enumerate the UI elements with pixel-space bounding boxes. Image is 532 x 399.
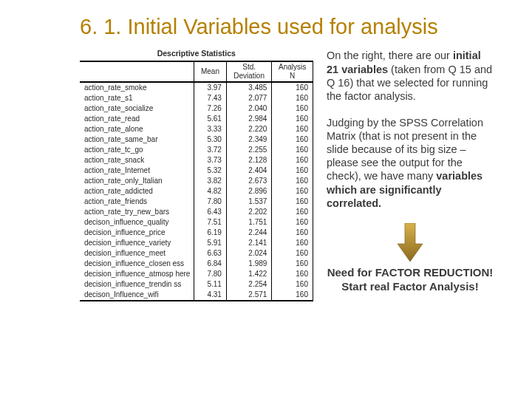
table-row: action_rate_only_Italian3.822.673160 xyxy=(80,176,313,186)
cell-mean: 5.61 xyxy=(194,114,227,124)
cell-n: 160 xyxy=(272,228,313,238)
cell-sd: 2.077 xyxy=(226,93,271,103)
cell-mean: 7.26 xyxy=(194,103,227,114)
cell-name: decison_Influence_wifi xyxy=(80,290,194,301)
cell-sd: 2.896 xyxy=(226,186,271,197)
table-row: decison_Influence_wifi4.312.571160 xyxy=(80,290,313,301)
cell-sd: 2.673 xyxy=(226,176,271,186)
cell-name: action_rate_friends xyxy=(80,197,194,207)
cell-name: action_rate_snack xyxy=(80,155,194,166)
cell-sd: 2.202 xyxy=(226,207,271,217)
cell-n: 160 xyxy=(272,290,313,301)
col-n: Analysis N xyxy=(272,61,313,82)
cell-name: action_rate_same_bar xyxy=(80,134,194,145)
cell-n: 160 xyxy=(272,279,313,290)
cell-sd: 2.349 xyxy=(226,134,271,145)
cell-name: action_rate_read xyxy=(80,114,194,124)
table-row: action_rate_snack3.732.128160 xyxy=(80,155,313,166)
cell-n: 160 xyxy=(272,238,313,248)
cell-n: 160 xyxy=(272,114,313,124)
cell-name: decision_influence_atmosp here xyxy=(80,269,194,279)
table-row: decision_influence_variety5.912.141160 xyxy=(80,238,313,248)
cell-sd: 2.128 xyxy=(226,155,271,166)
cell-n: 160 xyxy=(272,124,313,134)
content-row: Descriptive Statistics Mean Std. Deviati… xyxy=(80,49,494,307)
cell-n: 160 xyxy=(272,134,313,145)
table-row: decision_influence_atmosp here7.801.4221… xyxy=(80,269,313,279)
table-row: decision_influence_price6.192.244160 xyxy=(80,228,313,238)
cell-name: action_rate_tc_go xyxy=(80,145,194,155)
down-arrow-icon xyxy=(398,223,423,262)
table-row: action_rate_addicted4.822.896160 xyxy=(80,186,313,197)
cell-sd: 1.751 xyxy=(226,217,271,228)
stats-table-container: Descriptive Statistics Mean Std. Deviati… xyxy=(80,49,313,307)
cell-mean: 5.91 xyxy=(194,238,227,248)
p1-text-a: On the right, there are our xyxy=(327,50,453,61)
table-row: decision_influence_closen ess6.841.98916… xyxy=(80,259,313,269)
table-row: action_rate_try_new_bars6.432.202160 xyxy=(80,207,313,217)
table-row: decison_influence_quality7.511.751160 xyxy=(80,217,313,228)
cell-mean: 6.84 xyxy=(194,259,227,269)
cell-n: 160 xyxy=(272,186,313,197)
table-row: action_rate_same_bar5.302.349160 xyxy=(80,134,313,145)
page-title: 6. 1. Initial Variables used for analysi… xyxy=(80,15,494,38)
table-row: action_rate_socialize7.262.040160 xyxy=(80,103,313,114)
table-header-row: Mean Std. Deviation Analysis N xyxy=(80,61,313,82)
table-row: action_rate_smoke3.973.485160 xyxy=(80,82,313,93)
cell-mean: 3.97 xyxy=(194,82,227,93)
cell-mean: 6.43 xyxy=(194,207,227,217)
cell-n: 160 xyxy=(272,207,313,217)
cell-n: 160 xyxy=(272,176,313,186)
table-row: action_rate_tc_go3.722.255160 xyxy=(80,145,313,155)
cell-name: decision_influence_trendin ss xyxy=(80,279,194,290)
cell-n: 160 xyxy=(272,155,313,166)
col-sd: Std. Deviation xyxy=(226,61,271,82)
cell-sd: 2.984 xyxy=(226,114,271,124)
col-mean: Mean xyxy=(194,61,227,82)
cell-mean: 5.30 xyxy=(194,134,227,145)
cell-n: 160 xyxy=(272,248,313,259)
cell-sd: 2.404 xyxy=(226,166,271,176)
table-caption: Descriptive Statistics xyxy=(80,49,313,61)
cell-sd: 2.571 xyxy=(226,290,271,301)
conclusion-text: Need for FACTOR REDUCTION! Start real Fa… xyxy=(327,266,494,294)
cell-n: 160 xyxy=(272,103,313,114)
cell-name: action_rate_socialize xyxy=(80,103,194,114)
paragraph-1: On the right, there are our initial 21 v… xyxy=(327,49,494,103)
cell-name: decision_influence_variety xyxy=(80,238,194,248)
cell-mean: 3.33 xyxy=(194,124,227,134)
cell-mean: 5.11 xyxy=(194,279,227,290)
cell-n: 160 xyxy=(272,93,313,103)
cell-name: action_rate_addicted xyxy=(80,186,194,197)
cell-name: action_rate_smoke xyxy=(80,82,194,93)
cell-mean: 7.51 xyxy=(194,217,227,228)
cell-sd: 2.040 xyxy=(226,103,271,114)
cell-sd: 2.024 xyxy=(226,248,271,259)
cell-mean: 7.80 xyxy=(194,197,227,207)
cell-sd: 1.537 xyxy=(226,197,271,207)
cell-mean: 4.31 xyxy=(194,290,227,301)
cell-sd: 2.254 xyxy=(226,279,271,290)
table-row: decision_influence_trendin ss5.112.25416… xyxy=(80,279,313,290)
cell-n: 160 xyxy=(272,217,313,228)
descriptive-statistics-table: Descriptive Statistics Mean Std. Deviati… xyxy=(80,49,313,301)
cell-name: action_rate_alone xyxy=(80,124,194,134)
table-row: action_rate_Internet5.322.404160 xyxy=(80,166,313,176)
cell-mean: 5.32 xyxy=(194,166,227,176)
cell-name: action_rate_try_new_bars xyxy=(80,207,194,217)
side-text: On the right, there are our initial 21 v… xyxy=(327,49,494,307)
cell-sd: 1.422 xyxy=(226,269,271,279)
paragraph-2: Judging by the SPSS Correlation Matrix (… xyxy=(327,116,494,210)
cell-n: 160 xyxy=(272,145,313,155)
table-row: action_rate_friends7.801.537160 xyxy=(80,197,313,207)
cell-mean: 3.72 xyxy=(194,145,227,155)
table-row: action_rate_read5.612.984160 xyxy=(80,114,313,124)
cell-name: decision_influence_price xyxy=(80,228,194,238)
cell-name: decison_influence_quality xyxy=(80,217,194,228)
cell-sd: 2.244 xyxy=(226,228,271,238)
cell-name: action_rate_s1 xyxy=(80,93,194,103)
cell-mean: 6.63 xyxy=(194,248,227,259)
cell-mean: 3.82 xyxy=(194,176,227,186)
cell-sd: 1.989 xyxy=(226,259,271,269)
cell-mean: 7.80 xyxy=(194,269,227,279)
